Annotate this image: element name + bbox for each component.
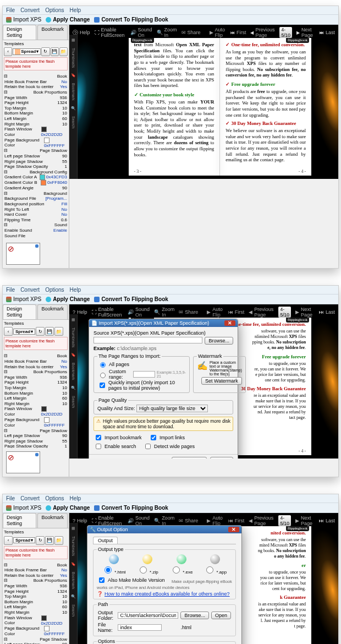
convert-icon [94,17,100,23]
bookmark-tab-icon[interactable]: 🔖 [71,73,76,78]
browse-button[interactable]: Browse... [205,337,233,345]
refresh-icon [46,17,51,23]
template-prev-button[interactable]: ‹ [4,47,12,56]
output-tab[interactable]: Output [93,537,118,544]
menubar: File Convert Options Help [3,6,338,14]
convert-button[interactable]: Convert To Flipping Book [94,296,168,302]
flipbook[interactable]: flippingbook text from Microsoft Open XM… [129,38,312,176]
screenshot-2: FileConvertOptionsHelp Import XPS Apply … [2,285,339,477]
design-sidebar: Design Setting Bookmark Templates ‹ Spre… [3,25,69,268]
first-page-button[interactable]: ⏮First [230,30,246,35]
output-icon: 🔧 [90,527,96,532]
all-pages-radio[interactable]: All pages [97,361,129,368]
screenshot-3: FileConvertOptionsHelp Import XPS Apply … [2,494,339,644]
quality-select[interactable]: High quality large file size [136,405,208,412]
properties-tree[interactable]: ⊟Book Hide Book Frame BarNo Retain the b… [3,73,69,239]
apply-change-button[interactable]: Apply Change [46,17,90,23]
menu-options[interactable]: Options [45,7,64,13]
close-button[interactable]: ✕ [224,320,235,326]
menu-convert[interactable]: Convert [20,7,40,13]
heading-moneyback: 30 Day Money Back Guarantee [226,121,306,127]
main-toolbar: Import XPS Apply Change Convert To Flipp… [3,14,338,25]
mobile-version-checkbox[interactable]: Also Make Mobile Version [97,576,165,585]
import-links-checkbox[interactable]: Import links [148,433,185,442]
quality-warning: High values produce better page quality … [94,417,233,431]
screenshot-1: File Convert Options Help Import XPS App… [2,6,339,269]
last-page-button[interactable]: ⏭Last [320,30,335,35]
output-app-radio[interactable]: *.app [203,554,227,575]
tab-design-setting[interactable]: Design Setting [3,25,36,40]
custom-range-input[interactable] [133,371,155,378]
browse-button[interactable]: Browse... [180,612,209,619]
enable-search-checkbox[interactable]: Enable search [94,442,136,451]
output-html-radio[interactable]: *.html [102,554,126,575]
document-icon: 📄 [91,320,97,326]
tab-bookmark[interactable]: Bookmark [37,25,68,40]
preview-thumbnail [6,243,40,265]
template-select[interactable]: Spread▾ [13,48,41,55]
template-save-button[interactable]: 💾 [51,47,59,56]
search-tab-icon[interactable]: 🔍 [71,106,76,111]
heading-freeupgrade: Free upgrade forever [226,81,306,88]
custom-range-radio[interactable]: Custom range: [97,369,126,380]
source-path-input[interactable] [94,337,202,343]
menu-help[interactable]: Help [70,7,81,13]
set-watermark-button[interactable]: Set Watermark [201,377,242,385]
output-folder-input[interactable] [118,612,178,619]
autoflip-button[interactable]: ▶ Auto Flip [210,27,226,38]
import-bookmark-checkbox[interactable]: Import bookmark [94,433,142,442]
prev-page-button[interactable]: ◀Previous Page [250,27,275,38]
close-button[interactable]: ✕ [228,527,239,532]
page-indicator[interactable]: 4-5/10 [279,27,292,38]
template-refresh-button[interactable]: ↻ [41,47,50,56]
import-now-button[interactable]: Import Now [172,457,207,459]
heading-customize: Customize your book style [134,92,215,98]
detect-wide-checkbox[interactable]: Detect wide pages [143,442,195,451]
convert-button[interactable]: Convert To Flipping Book [94,17,168,23]
book-stage: ?Help ⛶ Enable FullScreen 🔊 Sound On 🔍 Z… [69,25,338,179]
menu-file[interactable]: File [6,7,15,13]
cancel-button[interactable]: Cancel [210,457,233,459]
next-page-button[interactable]: ▶Next Page [296,27,315,38]
sound-button[interactable]: 🔊 Sound On [130,27,152,38]
filename-input[interactable] [118,624,162,631]
templates-label: Templates [4,41,68,47]
watermark-icon: ✍ [197,361,208,376]
thumbnails-tab-icon[interactable]: ▦ [72,38,75,42]
import-xps-button[interactable]: Import XPS [6,296,41,302]
howto-link[interactable]: How to make created eBooks available for… [105,591,230,597]
import-xps-button[interactable]: Import XPS [6,17,41,23]
share-button[interactable]: ✉ Share [182,30,201,35]
flippingbook-badge: flippingbook [131,38,154,43]
apply-change-button[interactable]: Apply Change [46,296,90,302]
zoom-button[interactable]: 🔍 Zoom In [157,27,177,38]
customize-hint: Please customize the flash template here [4,57,68,70]
quickly-import-checkbox[interactable]: Quickly import (Only import 10 pages to … [97,380,180,391]
flippingbook-badge: flippingbook [286,38,309,43]
output-zip-radio[interactable]: *.zip [135,554,160,575]
template-load-button[interactable]: 📁 [59,47,68,56]
import-xps-dialog: 📄 Import XPS(*.xps)(Open XML Paper Speci… [89,319,238,459]
fullscreen-button[interactable]: ⛶ Enable FullScreen [95,27,126,38]
help-icon: ❓ [97,591,103,597]
import-icon [6,17,12,23]
output-option-dialog: 🔧 Output Option✕ Output Output type *.ht… [87,525,242,644]
open-button[interactable]: Open [211,612,231,619]
output-exe-radio[interactable]: *.exe [169,554,194,575]
